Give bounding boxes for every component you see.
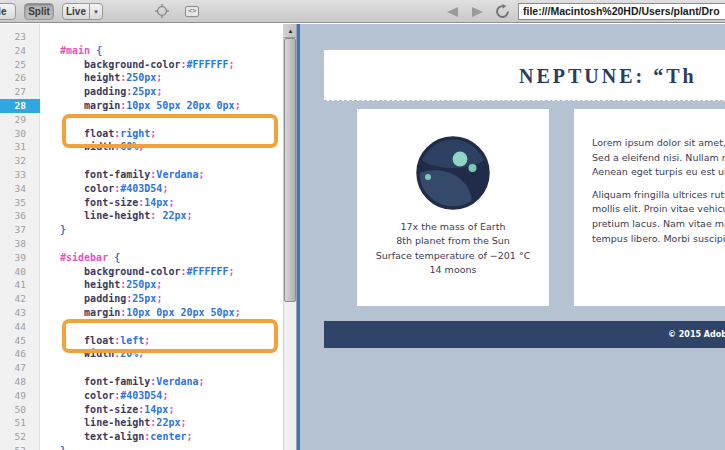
code-line[interactable]: 37}	[0, 223, 283, 237]
code-line[interactable]: 50 font-size:14px;	[0, 403, 283, 417]
line-number[interactable]: 29	[0, 113, 40, 127]
back-arrow-icon[interactable]	[447, 7, 458, 17]
code-line[interactable]: 40 background-color:#FFFFFF;	[0, 265, 283, 279]
line-number[interactable]: 48	[0, 375, 40, 389]
code-text[interactable]	[40, 237, 283, 251]
code-text[interactable]: font-size:14px;	[40, 196, 283, 210]
code-line[interactable]: 36 line-height: 22px;	[0, 209, 283, 223]
line-number[interactable]: 31	[0, 140, 40, 154]
code-text[interactable]: color:#403D54;	[40, 182, 283, 196]
code-text[interactable]: font-size:14px;	[40, 403, 283, 417]
line-number[interactable]: 25	[0, 58, 40, 72]
code-line[interactable]: 26 height:250px;	[0, 71, 283, 85]
split-view-button[interactable]: Split	[24, 3, 54, 20]
margin-callout-main	[62, 114, 278, 148]
crosshair-icon[interactable]	[155, 4, 169, 18]
code-line[interactable]: 53}	[0, 444, 283, 450]
live-view-button[interactable]: Live	[62, 3, 90, 20]
address-bar[interactable]: file:///Macintosh%20HD/Users/plant/Dro	[518, 3, 725, 20]
line-number[interactable]: 53	[0, 444, 40, 450]
code-line[interactable]: 28 margin:10px 50px 20px 0px;	[0, 99, 283, 113]
code-text[interactable]: #sidebar {	[40, 251, 283, 265]
line-number[interactable]: 49	[0, 389, 40, 403]
line-number[interactable]: 36	[0, 209, 40, 223]
line-number[interactable]: 45	[0, 334, 40, 348]
code-text[interactable]: font-family:Verdana;	[40, 375, 283, 389]
code-line[interactable]: 25 background-color:#FFFFFF;	[0, 58, 283, 72]
code-text[interactable]: margin:10px 50px 20px 0px;	[40, 99, 283, 113]
code-text[interactable]: height:250px;	[40, 278, 283, 292]
line-number[interactable]: 37	[0, 223, 40, 237]
line-number[interactable]: 39	[0, 251, 40, 265]
line-number[interactable]: 42	[0, 292, 40, 306]
line-number[interactable]: 35	[0, 196, 40, 210]
line-number[interactable]: 40	[0, 265, 40, 279]
line-number[interactable]: 41	[0, 278, 40, 292]
line-number[interactable]: 34	[0, 182, 40, 196]
refresh-icon[interactable]	[495, 4, 510, 19]
live-dropdown-icon[interactable]: ▼	[89, 3, 103, 20]
code-line[interactable]: 39#sidebar {	[0, 251, 283, 265]
code-text[interactable]: height:250px;	[40, 71, 283, 85]
line-number[interactable]: 32	[0, 154, 40, 168]
forward-arrow-icon[interactable]	[472, 7, 483, 17]
code-line[interactable]: 34 color:#403D54;	[0, 182, 283, 196]
line-number[interactable]: 46	[0, 347, 40, 361]
code-text[interactable]: line-height:22px;	[40, 416, 283, 430]
code-editor-panel[interactable]: 2324#main {25 background-color:#FFFFFF;2…	[0, 24, 283, 450]
code-line[interactable]: 24#main {	[0, 44, 283, 58]
panel-divider[interactable]	[296, 24, 300, 450]
code-text[interactable]: text-align:center;	[40, 430, 283, 444]
line-number[interactable]: 51	[0, 416, 40, 430]
code-line[interactable]: 32	[0, 154, 283, 168]
code-text[interactable]	[40, 361, 283, 375]
code-text[interactable]: margin:10px 0px 20px 50px;	[40, 306, 283, 320]
line-number[interactable]: 30	[0, 127, 40, 141]
code-text[interactable]: background-color:#FFFFFF;	[40, 265, 283, 279]
code-line[interactable]: 52 text-align:center;	[0, 430, 283, 444]
line-number[interactable]: 26	[0, 71, 40, 85]
code-text[interactable]: padding:25px;	[40, 85, 283, 99]
top-toolbar: Code Split Live ▼ <> file:///Macintosh%2…	[0, 0, 725, 23]
code-text[interactable]: color:#403D54;	[40, 389, 283, 403]
code-line[interactable]: 23	[0, 30, 283, 44]
code-line[interactable]: 42 padding:25px;	[0, 292, 283, 306]
line-number[interactable]: 44	[0, 320, 40, 334]
line-number[interactable]: 28	[0, 99, 40, 113]
code-line[interactable]: 43 margin:10px 0px 20px 50px;	[0, 306, 283, 320]
code-line[interactable]: 38	[0, 237, 283, 251]
code-text[interactable]: #main {	[40, 44, 283, 58]
line-number[interactable]: 24	[0, 44, 40, 58]
line-number[interactable]: 43	[0, 306, 40, 320]
code-line[interactable]: 27 padding:25px;	[0, 85, 283, 99]
code-text[interactable]	[40, 154, 283, 168]
editor-scrollbar[interactable]: ▲	[283, 24, 296, 450]
code-line[interactable]: 48 font-family:Verdana;	[0, 375, 283, 389]
line-number[interactable]: 47	[0, 361, 40, 375]
line-number[interactable]: 23	[0, 30, 40, 44]
code-text[interactable]: }	[40, 223, 283, 237]
paragraph: Lorem ipsum dolor sit amet, consecteturS…	[592, 136, 725, 180]
code-line[interactable]: 33 font-family:Verdana;	[0, 168, 283, 182]
code-text[interactable]: font-family:Verdana;	[40, 168, 283, 182]
code-view-button[interactable]: Code	[0, 3, 16, 20]
line-number[interactable]: 27	[0, 85, 40, 99]
code-text[interactable]: padding:25px;	[40, 292, 283, 306]
line-number[interactable]: 38	[0, 237, 40, 251]
code-text[interactable]: }	[40, 444, 283, 450]
code-line[interactable]: 41 height:250px;	[0, 278, 283, 292]
paragraph: Aliquam fringilla ultrices rutrum. Duism…	[592, 188, 725, 246]
code-text[interactable]: line-height: 22px;	[40, 209, 283, 223]
code-line[interactable]: 35 font-size:14px;	[0, 196, 283, 210]
line-number[interactable]: 33	[0, 168, 40, 182]
line-number[interactable]: 50	[0, 403, 40, 417]
inspect-code-icon[interactable]: <>	[185, 6, 199, 17]
scrollbar-thumb[interactable]	[284, 38, 296, 302]
code-line[interactable]: 51 line-height:22px;	[0, 416, 283, 430]
text-line: Aliquam fringilla ultrices rutrum. Duis	[592, 188, 725, 203]
code-text[interactable]	[40, 30, 283, 44]
code-line[interactable]: 47	[0, 361, 283, 375]
code-text[interactable]: background-color:#FFFFFF;	[40, 58, 283, 72]
line-number[interactable]: 52	[0, 430, 40, 444]
code-line[interactable]: 49 color:#403D54;	[0, 389, 283, 403]
